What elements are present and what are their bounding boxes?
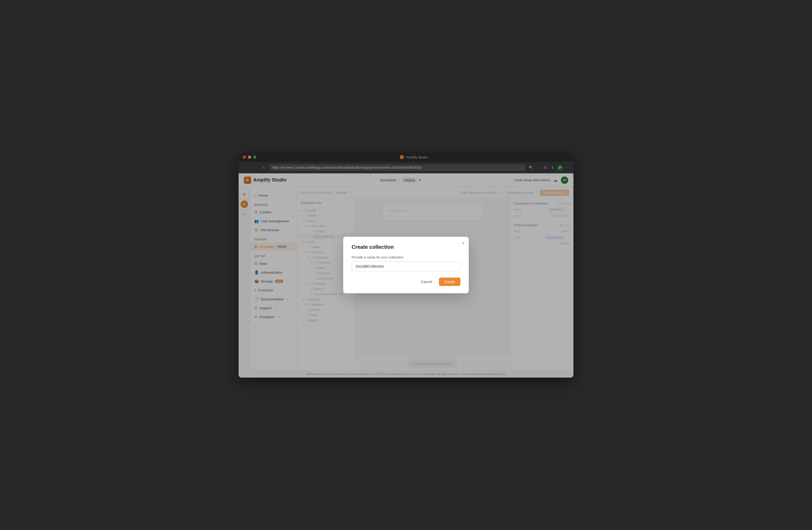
modal-title: Create collection: [352, 244, 460, 250]
modal-label: Provide a name for your collection:: [352, 255, 460, 259]
modal-overlay: × Create collection Provide a name for y…: [0, 0, 812, 530]
modal-close-button[interactable]: ×: [462, 241, 465, 246]
modal-actions: Cancel Create: [352, 278, 460, 286]
create-button[interactable]: Create: [439, 278, 460, 286]
cancel-button[interactable]: Cancel: [417, 278, 436, 286]
create-collection-dialog: × Create collection Provide a name for y…: [343, 237, 469, 293]
collection-name-input[interactable]: [352, 261, 460, 271]
